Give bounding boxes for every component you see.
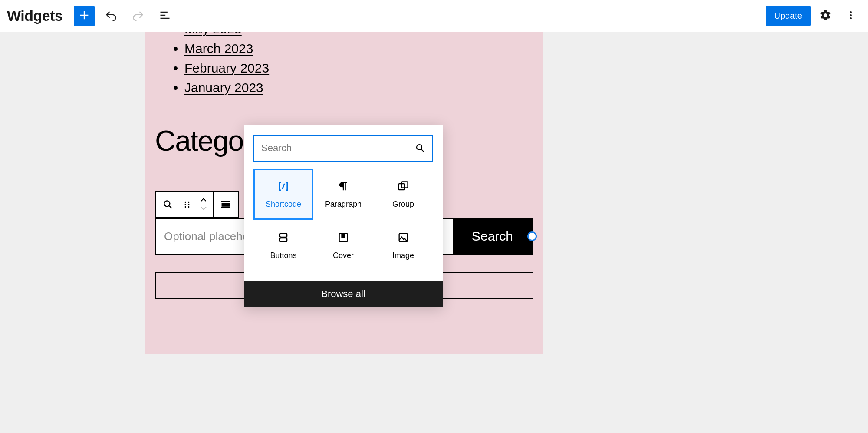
svg-point-2 [850, 17, 852, 19]
block-toolbar [155, 191, 239, 218]
block-mover [199, 196, 208, 213]
cover-icon [337, 231, 350, 244]
svg-point-3 [164, 201, 170, 206]
move-down-icon[interactable] [199, 205, 208, 213]
block-toolbar-group-align [214, 192, 238, 217]
block-tile-buttons[interactable]: Buttons [253, 220, 313, 271]
block-tile-label: Image [392, 251, 414, 260]
svg-rect-14 [280, 233, 287, 237]
buttons-icon [277, 231, 290, 244]
drag-handle-icon[interactable] [180, 198, 194, 212]
list-item: February 2023 [184, 58, 533, 78]
list-view-button[interactable] [155, 6, 175, 26]
browse-all-button[interactable]: Browse all [244, 281, 443, 307]
topbar-right-group: Update [766, 6, 861, 26]
update-button[interactable]: Update [766, 6, 811, 26]
plus-icon [78, 9, 90, 23]
move-up-icon[interactable] [199, 196, 208, 204]
svg-rect-17 [342, 233, 345, 237]
inserter-search-input[interactable] [261, 142, 415, 154]
list-view-icon [159, 9, 171, 23]
svg-point-9 [188, 206, 190, 208]
block-tile-label: Shortcode [266, 200, 301, 209]
topbar-left-group: Widgets [7, 6, 175, 26]
archive-link[interactable]: March 2023 [184, 41, 253, 56]
block-tile-cover[interactable]: Cover [313, 220, 373, 271]
archive-link[interactable]: January 2023 [184, 80, 263, 95]
shortcode-icon [277, 180, 290, 193]
search-block-icon[interactable] [161, 198, 175, 212]
block-tile-label: Cover [333, 251, 354, 260]
svg-point-4 [185, 202, 187, 203]
options-button[interactable] [840, 6, 861, 26]
block-inserter-popover: Shortcode Paragraph Group Buttons [244, 125, 443, 307]
svg-point-11 [417, 145, 422, 150]
block-toolbar-group-block [156, 192, 214, 217]
resize-handle[interactable] [527, 231, 537, 241]
redo-icon [132, 9, 144, 23]
align-icon[interactable] [219, 198, 233, 212]
block-tile-label: Paragraph [325, 200, 362, 209]
svg-point-7 [188, 202, 190, 203]
more-vertical-icon [845, 10, 856, 22]
redo-button[interactable] [128, 6, 148, 26]
archive-link[interactable]: May 2023 [184, 32, 242, 36]
paragraph-icon [337, 180, 350, 193]
block-tile-image[interactable]: Image [373, 220, 433, 271]
block-tile-group[interactable]: Group [373, 169, 433, 220]
group-icon [397, 180, 410, 193]
svg-rect-15 [280, 238, 287, 241]
block-tile-shortcode[interactable]: Shortcode [253, 169, 313, 220]
gear-icon [819, 9, 832, 23]
page-title: Widgets [7, 7, 62, 24]
archive-link[interactable]: February 2023 [184, 61, 269, 75]
inserter-search-wrap [244, 125, 443, 169]
svg-point-1 [850, 14, 852, 16]
archive-list: May 2023 March 2023 February 2023 Januar… [155, 32, 533, 97]
list-item: May 2023 [184, 32, 533, 39]
svg-point-8 [188, 204, 190, 205]
list-item: March 2023 [184, 39, 533, 58]
list-item: January 2023 [184, 78, 533, 97]
inserter-search-field [253, 135, 433, 162]
search-submit-button[interactable]: Search [453, 219, 532, 254]
undo-icon [105, 9, 117, 23]
toggle-block-inserter-button[interactable] [74, 6, 95, 26]
search-icon [415, 143, 425, 153]
image-icon [397, 231, 410, 244]
block-tile-label: Group [392, 200, 414, 209]
block-tile-label: Buttons [270, 251, 296, 260]
block-tile-paragraph[interactable]: Paragraph [313, 169, 373, 220]
inserter-block-grid: Shortcode Paragraph Group Buttons [244, 169, 443, 281]
editor-canvas: May 2023 March 2023 February 2023 Januar… [0, 32, 868, 433]
settings-button[interactable] [815, 6, 836, 26]
svg-point-5 [185, 204, 187, 205]
svg-rect-10 [222, 204, 229, 206]
svg-point-0 [850, 11, 852, 13]
editor-top-bar: Widgets Update [0, 0, 868, 32]
svg-point-6 [185, 206, 187, 208]
undo-button[interactable] [101, 6, 122, 26]
